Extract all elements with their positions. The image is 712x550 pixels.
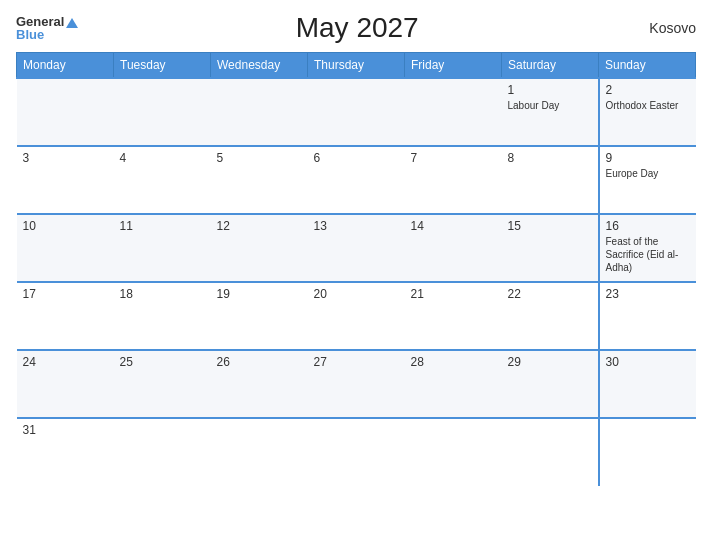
calendar-cell: 16Feast of the Sacrifice (Eid al-Adha) <box>599 214 696 282</box>
calendar-cell <box>308 78 405 146</box>
calendar-cell <box>114 78 211 146</box>
calendar-table: MondayTuesdayWednesdayThursdayFridaySatu… <box>16 52 696 486</box>
day-number: 9 <box>606 151 690 165</box>
header: General Blue May 2027 Kosovo <box>16 12 696 44</box>
calendar-cell: 28 <box>405 350 502 418</box>
weekday-header-saturday: Saturday <box>502 53 599 79</box>
day-event: Feast of the Sacrifice (Eid al-Adha) <box>606 235 690 274</box>
calendar-cell <box>502 418 599 486</box>
day-number: 10 <box>23 219 108 233</box>
day-number: 19 <box>217 287 302 301</box>
calendar-cell: 12 <box>211 214 308 282</box>
day-number: 12 <box>217 219 302 233</box>
day-number: 26 <box>217 355 302 369</box>
day-number: 17 <box>23 287 108 301</box>
calendar-row-3: 10111213141516Feast of the Sacrifice (Ei… <box>17 214 696 282</box>
day-number: 14 <box>411 219 496 233</box>
calendar-cell: 2Orthodox Easter <box>599 78 696 146</box>
calendar-cell: 31 <box>17 418 114 486</box>
calendar-cell: 26 <box>211 350 308 418</box>
day-event: Europe Day <box>606 167 690 180</box>
calendar-cell: 6 <box>308 146 405 214</box>
calendar-cell: 18 <box>114 282 211 350</box>
day-number: 29 <box>508 355 592 369</box>
calendar-cell: 4 <box>114 146 211 214</box>
calendar-cell: 20 <box>308 282 405 350</box>
calendar-cell <box>308 418 405 486</box>
day-number: 1 <box>508 83 592 97</box>
weekday-header-wednesday: Wednesday <box>211 53 308 79</box>
calendar-header: MondayTuesdayWednesdayThursdayFridaySatu… <box>17 53 696 79</box>
calendar-cell: 7 <box>405 146 502 214</box>
calendar-cell: 3 <box>17 146 114 214</box>
calendar-cell: 8 <box>502 146 599 214</box>
day-number: 18 <box>120 287 205 301</box>
weekday-header-tuesday: Tuesday <box>114 53 211 79</box>
day-number: 15 <box>508 219 592 233</box>
calendar-cell: 9Europe Day <box>599 146 696 214</box>
day-number: 28 <box>411 355 496 369</box>
day-number: 24 <box>23 355 108 369</box>
calendar-row-5: 24252627282930 <box>17 350 696 418</box>
calendar-cell: 24 <box>17 350 114 418</box>
calendar-cell: 19 <box>211 282 308 350</box>
calendar-cell: 5 <box>211 146 308 214</box>
day-number: 27 <box>314 355 399 369</box>
day-number: 11 <box>120 219 205 233</box>
calendar-cell: 10 <box>17 214 114 282</box>
calendar-cell <box>211 418 308 486</box>
calendar-cell <box>17 78 114 146</box>
day-number: 23 <box>606 287 690 301</box>
day-number: 25 <box>120 355 205 369</box>
day-number: 8 <box>508 151 592 165</box>
weekday-header-friday: Friday <box>405 53 502 79</box>
calendar-cell: 1Labour Day <box>502 78 599 146</box>
calendar-cell <box>114 418 211 486</box>
day-number: 6 <box>314 151 399 165</box>
calendar-body: 1Labour Day2Orthodox Easter3456789Europe… <box>17 78 696 486</box>
calendar-cell: 23 <box>599 282 696 350</box>
calendar-cell: 30 <box>599 350 696 418</box>
calendar-cell <box>599 418 696 486</box>
day-number: 22 <box>508 287 592 301</box>
calendar-cell: 13 <box>308 214 405 282</box>
calendar-row-1: 1Labour Day2Orthodox Easter <box>17 78 696 146</box>
calendar-cell: 17 <box>17 282 114 350</box>
day-number: 13 <box>314 219 399 233</box>
calendar-cell: 21 <box>405 282 502 350</box>
day-number: 2 <box>606 83 690 97</box>
logo-blue-text: Blue <box>16 28 44 41</box>
calendar-row-2: 3456789Europe Day <box>17 146 696 214</box>
calendar-cell <box>211 78 308 146</box>
day-number: 31 <box>23 423 108 437</box>
calendar-title: May 2027 <box>78 12 636 44</box>
weekday-header-thursday: Thursday <box>308 53 405 79</box>
weekday-header-row: MondayTuesdayWednesdayThursdayFridaySatu… <box>17 53 696 79</box>
day-number: 4 <box>120 151 205 165</box>
calendar-row-6: 31 <box>17 418 696 486</box>
calendar-row-4: 17181920212223 <box>17 282 696 350</box>
page: General Blue May 2027 Kosovo MondayTuesd… <box>0 0 712 550</box>
logo-triangle-icon <box>66 18 78 28</box>
day-number: 20 <box>314 287 399 301</box>
country-label: Kosovo <box>636 20 696 36</box>
weekday-header-monday: Monday <box>17 53 114 79</box>
day-event: Labour Day <box>508 99 592 112</box>
calendar-cell: 14 <box>405 214 502 282</box>
calendar-cell: 11 <box>114 214 211 282</box>
calendar-cell <box>405 418 502 486</box>
day-number: 30 <box>606 355 690 369</box>
day-event: Orthodox Easter <box>606 99 690 112</box>
day-number: 5 <box>217 151 302 165</box>
weekday-header-sunday: Sunday <box>599 53 696 79</box>
day-number: 21 <box>411 287 496 301</box>
day-number: 7 <box>411 151 496 165</box>
calendar-cell: 25 <box>114 350 211 418</box>
day-number: 16 <box>606 219 690 233</box>
calendar-cell: 29 <box>502 350 599 418</box>
calendar-cell: 22 <box>502 282 599 350</box>
day-number: 3 <box>23 151 108 165</box>
calendar-cell: 15 <box>502 214 599 282</box>
calendar-cell: 27 <box>308 350 405 418</box>
calendar-cell <box>405 78 502 146</box>
